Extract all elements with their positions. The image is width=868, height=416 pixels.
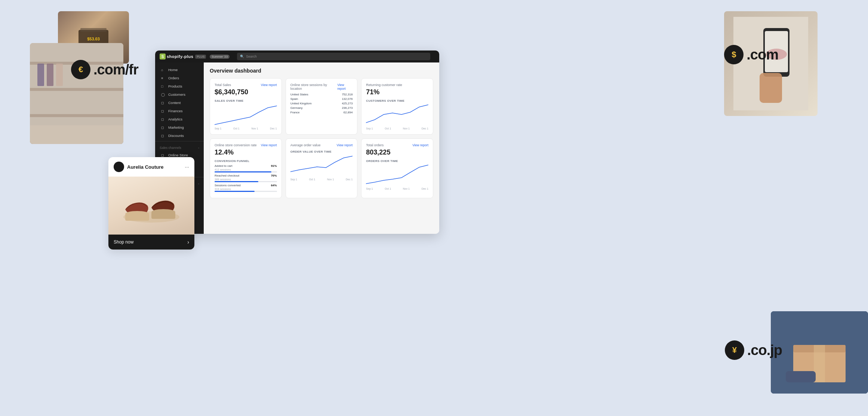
sidebar-item-discounts[interactable]: ◻ Discounts — [157, 132, 202, 140]
location-row-germany: Germany 236,273 — [290, 105, 353, 110]
admin-body: ⌂ Home ≡ Orders □ Products ◯ Customers ◻… — [155, 62, 439, 234]
chart-total-orders — [366, 164, 428, 187]
dashboard-title: Overview dashboard — [210, 68, 433, 74]
chart-labels-total-sales: Sep 1 Oct 1 Nov 1 Dec 1 — [215, 127, 277, 130]
svg-rect-6 — [30, 88, 123, 91]
sidebar-item-home[interactable]: ⌂ Home — [157, 66, 202, 74]
shopify-logo: S shopify-plus PLUS — [160, 53, 206, 59]
sidebar-item-marketing[interactable]: ◻ Marketing — [157, 123, 202, 131]
card-link-avg-order[interactable]: View report — [336, 143, 353, 147]
funnel-bar-cart — [215, 171, 277, 172]
chart-label-oct-r: Oct 1 — [385, 127, 391, 130]
location-name-us: United States — [290, 93, 308, 96]
funnel-bar-checkout — [215, 181, 277, 182]
discounts-icon: ◻ — [161, 134, 166, 138]
chart-total-sales — [215, 104, 277, 126]
sidebar-item-analytics[interactable]: ◻ Analytics — [157, 115, 202, 123]
sidebar-item-finances[interactable]: ◻ Finances — [157, 107, 202, 115]
admin-window: S shopify-plus PLUS Summer '23 🔍 Search … — [155, 51, 439, 234]
funnel-bar-converted — [215, 191, 277, 192]
sidebar-label-discounts: Discounts — [168, 134, 184, 138]
location-name-uk: United Kingdom — [290, 102, 312, 105]
card-link-total-sales[interactable]: View report — [261, 83, 277, 87]
location-table: United States 752,318 Spain 132,076 Unit… — [290, 92, 353, 114]
home-icon: ⌂ — [161, 68, 166, 72]
shop-now-arrow[interactable]: › — [187, 239, 189, 245]
analytics-icon: ◻ — [161, 117, 166, 121]
search-bar[interactable]: 🔍 Search — [237, 53, 430, 60]
main-content: Overview dashboard Total Sales View repo… — [204, 62, 439, 234]
sidebar-item-orders[interactable]: ≡ Orders — [157, 74, 202, 82]
sidebar-item-customers[interactable]: ◯ Customers — [157, 91, 202, 98]
euro-domain: .com/fr — [93, 62, 138, 78]
location-row-us: United States 752,318 — [290, 92, 353, 97]
funnel-fill-checkout — [215, 181, 258, 182]
card-total-orders: Total orders View report 803,225 ORDERS … — [361, 138, 433, 198]
svg-rect-7 — [30, 114, 123, 117]
content-icon: ◻ — [161, 101, 166, 105]
sales-channels-label: Sales channels — [160, 146, 181, 150]
funnel-fill-converted — [215, 191, 255, 192]
sidebar-label-customers: Customers — [168, 92, 185, 97]
sidebar-label-online-store: Online Store — [168, 153, 188, 157]
logo-area: S shopify-plus PLUS Summer '23 — [160, 53, 230, 59]
card-title-avg-order: Average order value — [290, 143, 321, 147]
card-link-conversion[interactable]: View report — [261, 143, 277, 147]
svg-rect-11 — [30, 125, 123, 144]
funnel-item-cart: Added to cart 91% 412 sessions — [215, 164, 277, 172]
bg-photo-store — [30, 43, 123, 144]
funnel-label-converted: Sessions converted — [215, 184, 241, 187]
bg-photo-delivery — [771, 311, 868, 394]
store-product-image — [108, 177, 194, 235]
online-store-icon: ◻ — [161, 153, 166, 157]
card-subtitle-returning: CUSTOMERS OVER TIME — [366, 99, 428, 103]
store-menu-dots[interactable]: ··· — [185, 164, 189, 170]
card-title-returning: Returning customer rate — [366, 83, 402, 87]
card-store-sessions: Online store sessions by location View r… — [286, 78, 358, 135]
plus-badge: PLUS — [195, 55, 206, 59]
store-card-header: Aurelia Couture ··· — [108, 157, 194, 177]
chart-label-sep: Sep 1 — [215, 127, 221, 130]
finances-icon: ◻ — [161, 109, 166, 113]
chart-label-sep-r: Sep 1 — [366, 127, 373, 130]
sidebar-item-content[interactable]: ◻ Content — [157, 99, 202, 107]
location-value-germany: 236,273 — [342, 106, 353, 110]
card-header-total-sales: Total Sales View report — [215, 83, 277, 87]
funnel-item-checkout: Reached checkout 70% 389 sessions — [215, 174, 277, 182]
euro-badge: € .com/fr — [71, 60, 138, 79]
funnel-sessions-cart: 412 sessions — [215, 168, 277, 171]
card-title-total-sales: Total Sales — [215, 83, 231, 87]
store-preview-card: Aurelia Couture ··· Shop now › — [108, 157, 194, 250]
sidebar-divider-1 — [155, 141, 204, 141]
chart-labels-avg-order: Sep 1 Oct 1 Nov 1 Dec 1 — [290, 178, 353, 181]
card-subtitle-total-sales: SALES OVER TIME — [215, 99, 277, 103]
chart-labels-returning: Sep 1 Oct 1 Nov 1 Dec 1 — [366, 127, 428, 130]
chart-label-nov-r: Nov 1 — [403, 127, 410, 130]
sales-channels-section: Sales channels › — [155, 143, 204, 151]
dollar-badge: $ .com — [724, 45, 778, 64]
sidebar-item-products[interactable]: □ Products — [157, 82, 202, 90]
card-link-total-orders[interactable]: View report — [412, 143, 428, 147]
svg-rect-8 — [37, 64, 44, 86]
store-logo-area: Aurelia Couture — [114, 162, 164, 172]
card-value-returning: 71% — [366, 88, 428, 96]
funnel-header-cart: Added to cart 91% — [215, 164, 277, 168]
location-row-france: France 62,894 — [290, 110, 353, 114]
card-link-sessions[interactable]: View report — [337, 83, 353, 91]
yen-badge: ¥ .co.jp — [725, 340, 782, 360]
dollar-domain: .com — [747, 47, 778, 63]
location-value-uk: 425,273 — [342, 102, 353, 105]
sidebar-label-content: Content — [168, 101, 181, 105]
location-name-germany: Germany — [290, 106, 303, 110]
svg-rect-1 — [80, 28, 107, 32]
card-subtitle-total-orders: ORDERS OVER TIME — [366, 159, 428, 163]
chart-label-dec-to: Dec 1 — [422, 187, 428, 190]
card-header-total-orders: Total orders View report — [366, 143, 428, 147]
chart-label-oct-to: Oct 1 — [385, 187, 391, 190]
sidebar-label-home: Home — [168, 68, 178, 72]
card-title-total-orders: Total orders — [366, 143, 384, 147]
yen-domain: .co.jp — [747, 342, 782, 358]
card-value-conversion: 12.4% — [215, 149, 277, 156]
card-value-total-orders: 803,225 — [366, 149, 428, 156]
card-header-conversion: Online store conversion rate View report — [215, 143, 277, 147]
